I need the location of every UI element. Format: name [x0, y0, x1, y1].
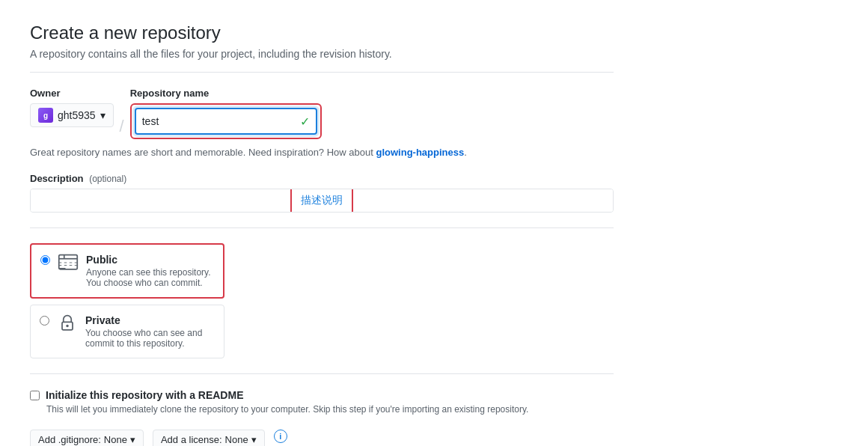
description-placeholder: 描述说明: [301, 194, 343, 207]
visibility-public-title: Public: [86, 254, 214, 266]
private-icon: [57, 313, 78, 334]
repo-name-field-group: Repository name ✓: [130, 88, 322, 139]
gitignore-arrow: ▾: [130, 434, 135, 445]
repo-name-highlight-box: ✓: [130, 103, 322, 139]
description-label-text: Description: [30, 173, 84, 184]
page-title: Create a new repository: [30, 22, 614, 43]
visibility-public-desc: Anyone can see this repository. You choo…: [86, 267, 214, 288]
check-icon: ✓: [300, 114, 310, 129]
description-optional: (optional): [89, 174, 126, 184]
readme-description: This will let you immediately clone the …: [46, 404, 614, 415]
license-arrow: ▾: [251, 434, 257, 445]
description-input-right[interactable]: [353, 189, 613, 212]
avatar-initials: g: [38, 108, 53, 123]
owner-dropdown-arrow: ▾: [100, 109, 106, 121]
divider-3: [30, 373, 614, 374]
owner-username: ght5935: [58, 109, 96, 121]
owner-label: Owner: [30, 88, 114, 99]
suggestion-text: Great repository names are short and mem…: [30, 147, 614, 158]
repo-name-input[interactable]: [136, 109, 316, 133]
readme-checkbox-row: Initialize this repository with a README: [30, 389, 614, 401]
create-repo-form: Create a new repository A repository con…: [30, 22, 614, 446]
visibility-private-title: Private: [85, 314, 215, 326]
owner-repo-row: Owner g ght5935 ▾ / Repository name ✓: [30, 88, 614, 139]
suggestion-suffix: .: [464, 147, 467, 158]
visibility-private-text: Private You choose who can see and commi…: [85, 314, 215, 349]
repo-name-label: Repository name: [130, 88, 322, 99]
owner-field-group: Owner g ght5935 ▾: [30, 88, 114, 127]
readme-section: Initialize this repository with a README…: [30, 389, 614, 415]
license-value: None: [225, 434, 248, 445]
divider: [30, 72, 614, 73]
description-input-row: 描述说明: [30, 189, 614, 213]
suggestion-prefix: Great repository names are short and mem…: [30, 147, 376, 158]
repo-name-input-wrapper: ✓: [135, 108, 317, 135]
description-input-left[interactable]: [31, 189, 290, 212]
owner-dropdown[interactable]: g ght5935 ▾: [30, 103, 114, 127]
svg-rect-5: [59, 268, 66, 269]
license-label: Add a license:: [161, 434, 222, 445]
visibility-private-desc: You choose who can see and commit to thi…: [85, 328, 215, 349]
visibility-public-option[interactable]: Public Anyone can see this repository. Y…: [30, 243, 224, 299]
gitignore-label: Add .gitignore:: [38, 434, 101, 445]
svg-point-7: [66, 325, 69, 328]
gitignore-value: None: [104, 434, 127, 445]
gitignore-license-row: Add .gitignore: None ▾ Add a license: No…: [30, 430, 614, 446]
info-icon[interactable]: i: [274, 430, 287, 443]
visibility-private-radio[interactable]: [40, 316, 49, 326]
description-highlight-box: 描述说明: [290, 189, 353, 212]
description-section: Description (optional) 描述说明: [30, 173, 614, 213]
visibility-public-radio[interactable]: [40, 255, 50, 265]
suggestion-link[interactable]: glowing-happiness: [376, 147, 464, 158]
gitignore-dropdown[interactable]: Add .gitignore: None ▾: [30, 430, 144, 446]
visibility-public-text: Public Anyone can see this repository. Y…: [86, 254, 214, 288]
description-label: Description (optional): [30, 173, 614, 184]
visibility-private-option[interactable]: Private You choose who can see and commi…: [30, 305, 224, 358]
svg-rect-0: [59, 255, 78, 269]
readme-checkbox[interactable]: [30, 391, 40, 400]
visibility-section: Public Anyone can see this repository. Y…: [30, 243, 614, 358]
public-icon: [58, 252, 79, 273]
owner-avatar: g: [38, 108, 53, 123]
page-subtitle: A repository contains all the files for …: [30, 48, 614, 60]
readme-label: Initialize this repository with a README: [46, 389, 243, 401]
divider-2: [30, 227, 614, 228]
slash-divider: /: [120, 114, 124, 138]
license-dropdown[interactable]: Add a license: None ▾: [153, 430, 265, 446]
